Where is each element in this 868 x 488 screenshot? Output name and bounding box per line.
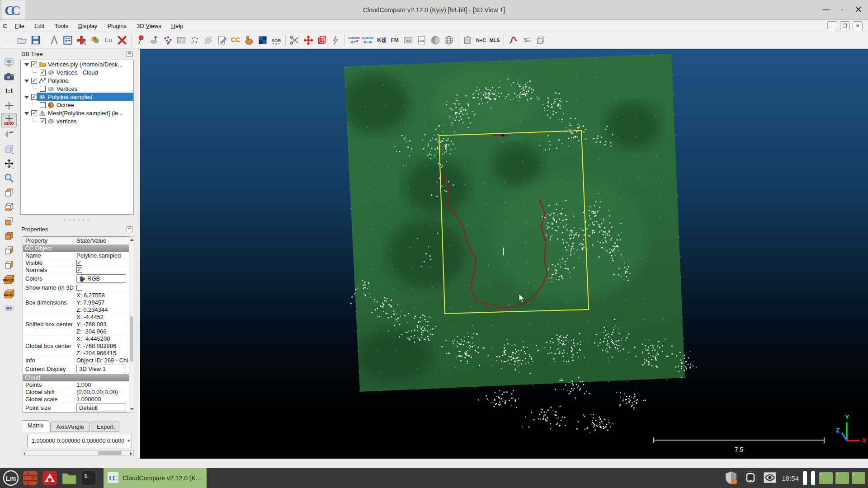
expander-icon[interactable] xyxy=(24,80,29,83)
applet-bar-1[interactable] xyxy=(803,471,807,485)
pan-mode-icon[interactable] xyxy=(1,156,17,171)
menu-item-file[interactable]: File xyxy=(10,21,29,31)
properties-float-button[interactable] xyxy=(127,226,132,232)
segment-pencil-icon[interactable] xyxy=(215,33,229,47)
firewall-icon[interactable] xyxy=(22,469,39,487)
tree-item-polyline-sampled[interactable]: ✓Polyline.sampled xyxy=(21,93,133,101)
manipulate-cross-icon[interactable] xyxy=(302,33,315,47)
checker-icon[interactable] xyxy=(256,33,269,47)
scroll-up-arrow[interactable] xyxy=(130,239,134,241)
delete-icon[interactable] xyxy=(115,33,129,47)
scroll-left-arrow[interactable] xyxy=(24,452,25,455)
scissors-section-icon[interactable] xyxy=(288,33,302,47)
fm-icon[interactable]: FM xyxy=(388,33,401,47)
compass-icon[interactable] xyxy=(47,33,61,47)
pick-rotation-center-icon[interactable] xyxy=(1,99,17,113)
prop-checkbox[interactable] xyxy=(76,285,82,291)
kd-tree-icon[interactable]: Kd xyxy=(374,33,388,47)
properties-hscrollbar[interactable] xyxy=(22,450,134,456)
expander-icon[interactable] xyxy=(24,112,29,115)
current-display-dropdown[interactable]: 3D View 1 xyxy=(76,365,126,373)
visibility-checkbox[interactable] xyxy=(40,102,46,108)
pcv-sphere-icon[interactable] xyxy=(429,33,442,47)
point-picking-icon[interactable] xyxy=(134,33,147,47)
menu-item-3d-views[interactable]: 3D Views xyxy=(132,21,166,31)
screenshot-tool-icon[interactable] xyxy=(743,470,758,487)
view-iso-icon[interactable] xyxy=(1,185,17,200)
menu-item-help[interactable]: Help xyxy=(166,21,189,31)
visibility-checkbox[interactable]: ✓ xyxy=(31,94,37,100)
menu-item-tools[interactable]: Tools xyxy=(49,21,73,31)
auto-pick-center-icon[interactable]: auto xyxy=(1,113,17,127)
clipping-box-icon[interactable] xyxy=(315,33,329,47)
view-right-face-icon[interactable] xyxy=(1,243,17,258)
subsample-icon[interactable] xyxy=(188,33,202,47)
scroll-thumb[interactable] xyxy=(130,316,133,361)
colors-rgb-selector[interactable]: RGB xyxy=(76,274,126,283)
tree-item-vertices[interactable]: Vertices xyxy=(21,84,133,93)
visibility-checkbox[interactable]: ✓ xyxy=(31,78,37,84)
maximize-button[interactable]: ▫ xyxy=(835,3,850,16)
zoom-1-1-icon[interactable]: 1:1 xyxy=(1,84,17,99)
sample-bunny-icon[interactable] xyxy=(242,33,256,47)
matrix-value-box[interactable]: 1.000000 0.000000 0.000000 0.0000 xyxy=(27,434,132,448)
translate-rotate-icon[interactable] xyxy=(88,33,102,47)
tree-item-mesh-polyline-sampled-le[interactable]: ✓Mesh[Polyline.sampled] (le... xyxy=(21,109,133,117)
expander-icon[interactable] xyxy=(24,63,29,66)
mls-icon[interactable]: MLS xyxy=(488,33,501,47)
minimize-button[interactable]: — xyxy=(818,3,834,16)
merge-icon[interactable]: Lu xyxy=(102,33,115,47)
db-tree-float-button[interactable] xyxy=(127,51,132,57)
terminal-icon[interactable]: $_ xyxy=(80,469,97,487)
screenshot-camera-icon[interactable] xyxy=(1,70,17,84)
lightning-filter-icon[interactable] xyxy=(329,33,342,47)
tree-item-octree[interactable]: Octree xyxy=(21,101,133,109)
view-left-face-icon[interactable] xyxy=(1,214,17,229)
workspace-3[interactable] xyxy=(852,472,865,484)
sor-filter-icon[interactable]: SOR xyxy=(269,33,283,47)
view-back-face-icon[interactable] xyxy=(1,258,17,272)
tab-axis-angle[interactable]: Axis/Angle xyxy=(50,422,90,432)
display-options-icon[interactable] xyxy=(61,33,75,47)
mesh-diagonal-icon[interactable] xyxy=(202,33,215,47)
point-pair-registration-icon[interactable] xyxy=(161,33,175,47)
hscroll-thumb[interactable] xyxy=(98,451,122,455)
mdi-restore-button[interactable]: ❐ xyxy=(840,21,850,30)
tree-item-vertices[interactable]: ✓vertices xyxy=(21,117,133,125)
flip-view-icon[interactable] xyxy=(1,127,17,142)
matrix-spin-arrow[interactable] xyxy=(127,440,131,442)
scroll-right-arrow[interactable] xyxy=(130,452,132,455)
shield-notification-icon[interactable] xyxy=(723,470,739,487)
stereo-glasses-icon[interactable] xyxy=(1,301,17,315)
taskbar-cloudcompare-button[interactable]: CC CloudCompare v2.12.0 (K... xyxy=(104,468,207,488)
tree-item-vertices-cloud[interactable]: ✓Vertices - Cloud xyxy=(21,68,133,76)
point-list-picking-icon[interactable] xyxy=(147,33,161,47)
cloud-cloud-distance-icon[interactable]: CC xyxy=(229,33,242,47)
workspace-1[interactable] xyxy=(819,472,833,484)
nvidia-settings-icon[interactable] xyxy=(762,470,778,487)
zoom-lens-icon[interactable] xyxy=(1,171,17,185)
toolbar-handle[interactable]: ⋮⋮ xyxy=(5,38,14,42)
tree-item-polyline[interactable]: ✓Polyline xyxy=(21,76,133,84)
canupo-create-icon[interactable]: CANUPO xyxy=(347,33,361,47)
tab-matrix[interactable]: Matrix xyxy=(22,420,49,432)
mint-menu-icon[interactable]: Lm xyxy=(2,469,19,487)
mdi-minimize-button[interactable]: − xyxy=(827,21,837,30)
axono-box-icon[interactable] xyxy=(533,33,547,47)
dock-splitter[interactable]: • • • • • • xyxy=(18,216,136,223)
poisson-curve-icon[interactable] xyxy=(506,33,520,47)
normals-nc-icon[interactable]: N+C xyxy=(474,33,488,47)
photo-cloud-icon[interactable] xyxy=(175,33,188,47)
menu-item-display[interactable]: Display xyxy=(73,21,103,31)
menu-item-plugins[interactable]: Plugins xyxy=(102,21,132,31)
3d-view[interactable]: 7.5 Y X Z xyxy=(140,49,868,459)
media-red-icon[interactable] xyxy=(41,469,58,487)
visibility-checkbox[interactable]: ✓ xyxy=(31,61,37,67)
s-dots-icon[interactable]: S. xyxy=(520,33,533,47)
globe-icon[interactable] xyxy=(442,33,456,47)
scroll-down-arrow[interactable] xyxy=(130,408,134,410)
prop-checkbox[interactable]: ✓ xyxy=(76,267,82,273)
point-size-dropdown[interactable]: Default xyxy=(76,404,126,412)
close-button[interactable]: ✕ xyxy=(851,3,866,16)
view-top-face-icon[interactable] xyxy=(1,229,17,243)
